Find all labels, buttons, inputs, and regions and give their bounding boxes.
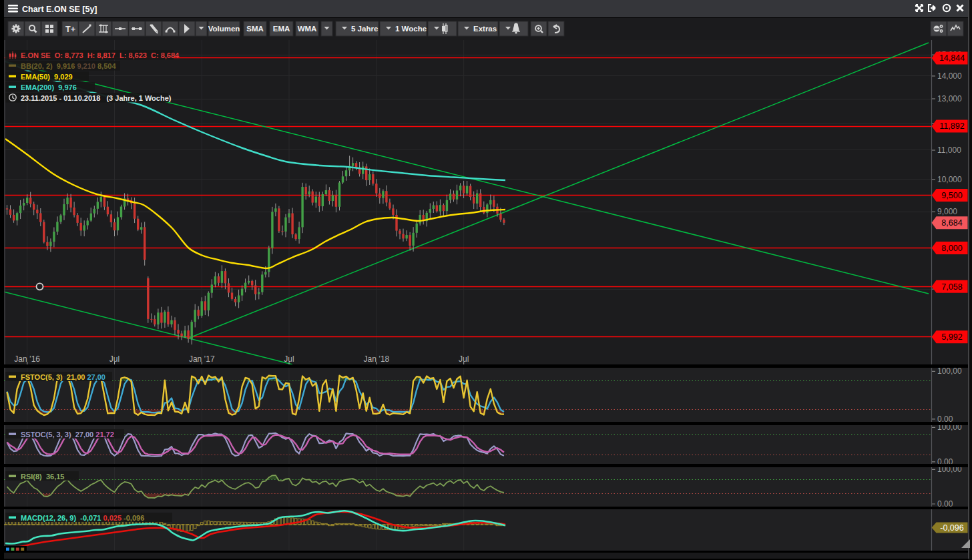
svg-text:EMA: EMA (273, 25, 290, 33)
svg-text:EMA(50) 9,029: EMA(50) 9,029 (21, 73, 73, 81)
svg-text:Chart E.ON SE [5y]: Chart E.ON SE [5y] (22, 5, 97, 14)
svg-text:Extras: Extras (473, 25, 497, 33)
svg-text:23.11.2015 - 01.10.2018 (3 J: 23.11.2015 - 01.10.2018 (3 Jahre, 1 Woch… (21, 94, 172, 102)
svg-text:14,000: 14,000 (937, 71, 962, 81)
svg-text:Jan ’18: Jan ’18 (364, 354, 390, 364)
svg-text:EMA(200) 9,976: EMA(200) 9,976 (21, 83, 77, 91)
svg-text:FSTOC(5, 3) 21,00 27,00: FSTOC(5, 3) 21,00 27,00 (21, 373, 105, 381)
svg-text:11,892: 11,892 (939, 121, 964, 131)
svg-text:9,500: 9,500 (941, 191, 962, 200)
svg-text:7,058: 7,058 (941, 282, 962, 292)
svg-text:1 Woche: 1 Woche (395, 25, 427, 33)
svg-text:13,000: 13,000 (937, 94, 962, 103)
svg-text:WMA: WMA (298, 25, 317, 33)
svg-text:Jul: Jul (284, 354, 294, 364)
svg-text:Jan ’17: Jan ’17 (189, 354, 215, 364)
svg-text:Jul: Jul (109, 354, 119, 364)
svg-text:8,000: 8,000 (941, 244, 962, 253)
svg-text:RSI(8) 36,15: RSI(8) 36,15 (21, 473, 64, 481)
svg-text:BB(20, 2) 9,916 9,210 8,504: BB(20, 2) 9,916 9,210 8,504 (21, 62, 116, 70)
svg-text:8,684: 8,684 (941, 218, 962, 228)
svg-text:11,000: 11,000 (937, 146, 961, 155)
svg-text:10,000: 10,000 (937, 175, 962, 184)
svg-text:100,00: 100,00 (937, 366, 962, 376)
svg-text:Volumen: Volumen (208, 25, 240, 33)
svg-text:14,844: 14,844 (939, 53, 965, 63)
svg-text:SMA: SMA (246, 25, 264, 33)
svg-text:SSTOC(5, 3, 3) 27,00 21,72: SSTOC(5, 3, 3) 27,00 21,72 (21, 431, 114, 439)
svg-text:-0,096: -0,096 (940, 523, 963, 533)
svg-text:5 Jahre: 5 Jahre (351, 25, 378, 33)
svg-text:Jan ’16: Jan ’16 (14, 354, 40, 364)
svg-text:5,992: 5,992 (941, 332, 962, 342)
svg-text:MACD(12, 26, 9) -0,071 0,025: MACD(12, 26, 9) -0,071 0,025 -0,096 (21, 514, 144, 522)
svg-text:T+: T+ (65, 25, 75, 34)
svg-text:E.ON SE O: 8,773 H: 8,817 L: E.ON SE O: 8,773 H: 8,817 L: 8,623 C: 8,… (21, 51, 180, 59)
svg-text:9,000: 9,000 (937, 207, 957, 216)
svg-text:Jul: Jul (459, 354, 469, 364)
